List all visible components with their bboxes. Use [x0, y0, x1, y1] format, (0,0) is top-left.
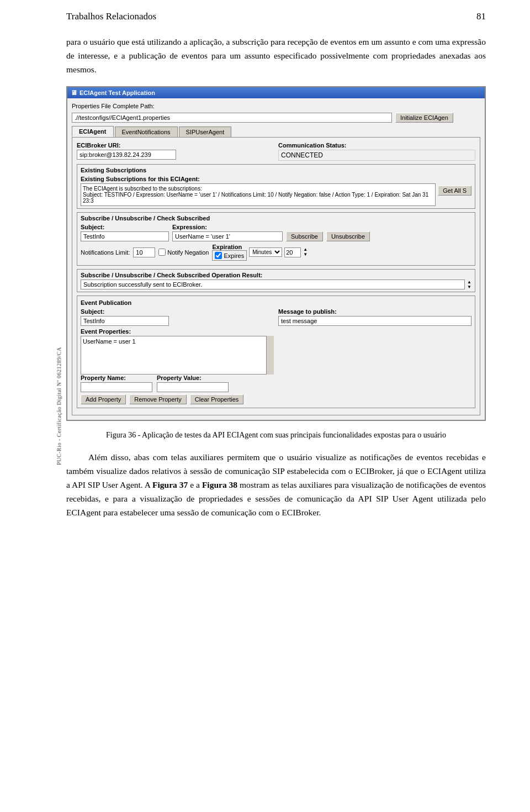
- comm-status-value: CONNECTED: [278, 150, 475, 161]
- ecibroker-uri-label: ECIBroker URI:: [77, 142, 274, 149]
- add-property-button[interactable]: Add Property: [81, 394, 126, 404]
- event-pub-inner: Subject: Event Properties: UserName = us…: [81, 308, 471, 375]
- event-properties-label: Event Properties:: [81, 328, 274, 335]
- property-name-input[interactable]: [81, 382, 152, 392]
- tab-eciagent[interactable]: ECIAgent: [72, 126, 114, 137]
- property-row: Property Name: Property Value:: [81, 375, 471, 392]
- pub-subject-input[interactable]: [81, 316, 169, 326]
- operation-result-row: ▲ ▼: [81, 280, 471, 289]
- tab-content-eciagent: ECIBroker URI: Communication Status: CON…: [72, 137, 480, 415]
- subject-input[interactable]: [81, 231, 169, 241]
- properties-row: Properties File Complete Path:: [72, 103, 480, 109]
- result-up-arrow[interactable]: ▲: [467, 280, 471, 284]
- subscribe-section: Subscribe / Unsubscribe / Check Subscrib…: [77, 212, 475, 266]
- notif-limit-row: Notifications Limit: Notify Negation Exp…: [81, 244, 471, 261]
- expression-group: Expression:: [172, 224, 283, 241]
- subject-label: Subject:: [81, 224, 169, 230]
- figure-caption: Figura 36 - Aplicação de testes da API E…: [66, 431, 486, 440]
- properties-path-input[interactable]: [72, 113, 392, 123]
- message-to-publish-input[interactable]: [278, 316, 471, 326]
- bold-figura37: Figura 37: [152, 480, 188, 489]
- result-down-arrow[interactable]: ▼: [467, 285, 471, 289]
- property-name-field: Property Name:: [81, 375, 152, 392]
- pub-subject-label: Subject:: [81, 308, 274, 315]
- page-number: 81: [476, 11, 486, 22]
- bold-figura38: Figura 38: [202, 480, 237, 489]
- existing-subs-line2: Subject: TESTINFO / Expression: UserName…: [83, 192, 433, 204]
- pub-subject-group: Subject:: [81, 308, 274, 326]
- existing-subs-for-label: Existing Subscriptions for this ECIAgent…: [81, 176, 471, 182]
- subject-group: Subject:: [81, 224, 169, 241]
- existing-subscriptions-title: Existing Subscriptions: [81, 167, 471, 173]
- expression-label: Expression:: [172, 224, 283, 230]
- expiration-label: Expiration: [212, 244, 247, 250]
- existing-subs-line1: The ECIAgent is subscribed to the subscr…: [83, 186, 433, 192]
- comm-status-label: Communication Status:: [278, 142, 475, 149]
- notif-limit-input[interactable]: [133, 247, 155, 257]
- operation-result-section: Subscribe / Unsubscribe / Check Subscrib…: [77, 269, 475, 292]
- expiry-value-input[interactable]: [284, 247, 301, 257]
- property-name-label: Property Name:: [81, 375, 152, 381]
- mid1-text: e a: [188, 480, 202, 489]
- properties-input-row: Initialize ECIAgen: [72, 113, 480, 123]
- subscribe-subject-row: Subject: Expression: Subscribe Unsubscri…: [81, 224, 471, 241]
- properties-label: Properties File Complete Path:: [72, 103, 155, 109]
- event-properties-value: UserName = user 1: [83, 338, 136, 345]
- expiry-up-arrow[interactable]: ▲: [303, 247, 308, 252]
- ecibroker-uri-input[interactable]: [77, 150, 176, 160]
- message-to-publish-group: Message to publish:: [278, 308, 471, 326]
- unsubscribe-button[interactable]: Unsubscribe: [326, 231, 370, 241]
- event-properties-area[interactable]: UserName = user 1: [81, 336, 274, 375]
- expiry-down-arrow[interactable]: ▼: [303, 252, 308, 257]
- app-titlebar: 🖥 ECIAgent Test Application: [67, 87, 485, 98]
- event-pub-title: Event Publication: [81, 299, 471, 306]
- event-properties-group: Event Properties: UserName = user 1: [81, 328, 274, 375]
- minutes-select[interactable]: Minutes: [249, 247, 282, 257]
- existing-subscriptions-section: Existing Subscriptions Existing Subscrip…: [77, 164, 475, 209]
- notify-negation-checkbox[interactable]: [158, 249, 166, 256]
- para2: Além disso, abas com telas auxiliares pe…: [66, 451, 486, 519]
- action-buttons-row: Add Property Remove Property Clear Prope…: [81, 394, 471, 404]
- property-value-field: Property Value:: [157, 375, 229, 392]
- existing-subs-text: The ECIAgent is subscribed to the subscr…: [81, 183, 436, 206]
- property-value-label: Property Value:: [157, 375, 229, 381]
- initialize-button[interactable]: Initialize ECIAgen: [395, 113, 453, 123]
- event-pub-right: Message to publish:: [278, 308, 471, 375]
- section-title: Trabalhos Relacionados: [66, 11, 156, 22]
- tab-eventnotifications[interactable]: EventNotifications: [115, 126, 178, 137]
- expiration-group: Expiration Expires Minutes: [212, 244, 308, 261]
- tabs-container: ECIAgent EventNotifications SIPUserAgent: [72, 126, 480, 137]
- app-window: 🖥 ECIAgent Test Application Properties F…: [66, 86, 486, 421]
- event-pub-section: Event Publication Subject: Event Propert…: [77, 296, 475, 408]
- event-pub-left: Subject: Event Properties: UserName = us…: [81, 308, 274, 375]
- ecibrokter-uri-group: ECIBroker URI:: [77, 142, 274, 161]
- remove-property-button[interactable]: Remove Property: [129, 394, 187, 404]
- side-label: PUC-Rio - Certificação Digital Nº 062128…: [56, 347, 62, 465]
- notif-limit-label: Notifications Limit:: [81, 249, 130, 256]
- clear-properties-button[interactable]: Clear Properties: [190, 394, 243, 404]
- property-value-input[interactable]: [157, 382, 229, 392]
- tab-sipuseragent[interactable]: SIPUserAgent: [179, 126, 232, 137]
- notify-negation-label: Notify Negation: [158, 249, 209, 256]
- expiration-box: Expires: [212, 250, 247, 261]
- scrollbar[interactable]: [266, 336, 274, 375]
- expression-input[interactable]: [172, 231, 283, 241]
- intro-paragraph: para o usuário que está utilizando a apl…: [66, 35, 486, 76]
- subscribe-title: Subscribe / Unsubscribe / Check Subscrib…: [81, 215, 471, 222]
- message-to-publish-label: Message to publish:: [278, 308, 471, 315]
- comm-status-group: Communication Status: CONNECTED: [278, 142, 475, 161]
- operation-result-input[interactable]: [81, 280, 465, 289]
- app-title: ECIAgent Test Application: [80, 89, 155, 96]
- expires-checkbox[interactable]: [215, 252, 222, 259]
- get-all-button[interactable]: Get All S: [438, 186, 471, 196]
- subscribe-button[interactable]: Subscribe: [286, 231, 323, 241]
- app-icon: 🖥: [71, 89, 77, 97]
- operation-result-title: Subscribe / Unsubscribe / Check Subscrib…: [81, 272, 471, 278]
